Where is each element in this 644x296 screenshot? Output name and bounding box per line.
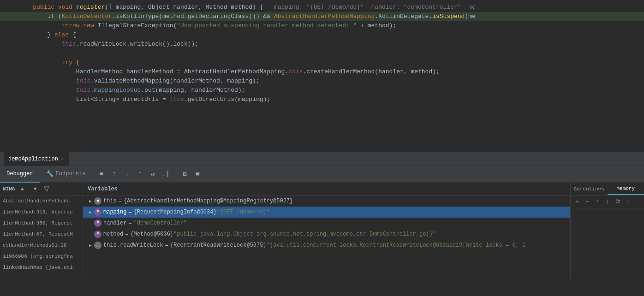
var-row-handler[interactable]: P handler = "demoController" <box>83 218 570 229</box>
tab-debugger-label: Debugger <box>6 171 33 177</box>
frame-item-4[interactable]: ctHandlerMethods$1:28 <box>0 240 83 251</box>
var-row-method[interactable]: P method = {Method@5036} "public java.la… <box>83 229 570 240</box>
code-line-11: List<String> directUrls = this.getDirect… <box>0 95 644 104</box>
right-panels: Coroutines Memory + − ↑ ↓ ⧉ ⋮ <box>570 183 644 279</box>
var-icon-this: ■ <box>94 197 101 205</box>
memory-more-btn[interactable]: ⋮ <box>623 197 632 207</box>
frame-item-0[interactable]: AbstractHandlerMethodo <box>0 195 83 207</box>
threads-label: NING <box>3 186 15 192</box>
tab-debugger[interactable]: Debugger <box>0 166 40 183</box>
toolbar-table-btn[interactable]: ⊞ <box>179 168 190 179</box>
var-icon-readwritelock: ○○ <box>94 242 101 249</box>
code-line-6 <box>0 49 644 58</box>
threads-sidebar: NING ▲ ▼ AbstractHandlerMethodo llerMeth… <box>0 183 83 279</box>
filter-icon <box>43 186 50 192</box>
thread-up-btn[interactable]: ▲ <box>17 184 28 195</box>
tab-endpoints[interactable]: 🔧 Endpoints <box>40 166 92 183</box>
memory-remove-btn[interactable]: − <box>583 197 592 207</box>
frame-item-6[interactable]: linkedHashMap (java.uti <box>0 262 83 273</box>
var-icon-mapping: P <box>94 208 101 216</box>
memory-copy-btn[interactable]: ⧉ <box>613 197 622 207</box>
thread-dropdown: NING ▲ ▼ <box>0 183 83 195</box>
toolbar-lines-btn[interactable]: ≣ <box>192 168 203 179</box>
var-row-readwritelock[interactable]: ▶ ○○ this.readWriteLock = {ReentrantRead… <box>83 240 570 251</box>
code-line-10: this.mappingLookup.put(mapping, handlerM… <box>0 86 644 95</box>
code-editor: public void register(T mapping, Object h… <box>0 0 644 152</box>
var-icon-handler: P <box>94 219 101 227</box>
editor-tab-bar: demoApplication × <box>0 152 644 166</box>
toolbar-run-to-cursor-btn[interactable]: ↺ <box>147 168 158 179</box>
debugger-toolbar: ≡ ↑ ↓ ↑ ↺ ↓| ⊞ ≣ <box>92 166 644 183</box>
code-line-1: public void register(T mapping, Object h… <box>0 3 644 12</box>
frame-item-2[interactable]: llerMethod:350, Request <box>0 218 83 229</box>
var-expand-readwritelock[interactable]: ▶ <box>87 242 94 249</box>
variables-title: Variables <box>88 186 118 192</box>
code-line-5: this.readWriteLock.writeLock().lock(); <box>0 40 644 49</box>
tab-endpoints-label: Endpoints <box>56 171 86 177</box>
code-line-9: this.validateMethodMapping(handlerMethod… <box>0 77 644 86</box>
variables-header: Variables <box>83 183 570 195</box>
var-expand-mapping[interactable]: ▶ <box>87 208 94 216</box>
var-expand-method <box>87 231 94 238</box>
toolbar-evaluate-btn[interactable]: ↓| <box>160 168 171 179</box>
endpoints-icon: 🔧 <box>46 170 54 178</box>
coroutines-label: Coroutines <box>574 186 604 192</box>
toolbar-rerun-btn[interactable]: ≡ <box>95 168 107 179</box>
toolbar-separator <box>175 169 175 178</box>
code-line-4: } else { <box>0 30 644 40</box>
var-expand-handler <box>87 219 94 227</box>
tab-memory[interactable]: Memory <box>608 183 644 195</box>
var-row-this[interactable]: ▶ ■ this = {AbstractHandlerMethodMapping… <box>83 195 570 207</box>
toolbar-step-over-btn[interactable]: ↑ <box>108 168 119 179</box>
variables-panel: Variables ▶ ■ this = {AbstractHandlerMet… <box>83 183 570 279</box>
frame-list: AbstractHandlerMethodo llerMethod:318, A… <box>0 195 83 279</box>
tab-close-button[interactable]: × <box>61 156 64 162</box>
code-line-2: if (KotlinDetector.isKotlinType(method.g… <box>0 12 644 21</box>
tab-coroutines[interactable]: Coroutines <box>571 183 608 195</box>
thread-down-btn[interactable]: ▼ <box>30 184 41 195</box>
toolbar-step-into-btn[interactable]: ↓ <box>121 168 132 179</box>
frame-item-5[interactable]: 11966906 (org.springfra <box>0 251 83 262</box>
right-panel-tabs: Coroutines Memory <box>571 183 644 195</box>
frame-item-3[interactable]: llerMethod:67, RequestM <box>0 229 83 240</box>
memory-label: Memory <box>616 186 635 191</box>
code-line-8: HandlerMethod handlerMethod = AbstractHa… <box>0 67 644 77</box>
keyword: public void <box>33 4 76 11</box>
right-panel-memory-content <box>571 208 644 279</box>
memory-down-btn[interactable]: ↓ <box>603 197 612 207</box>
memory-up-btn[interactable]: ↑ <box>593 197 602 207</box>
code-line-7: try { <box>0 58 644 67</box>
tab-label: demoApplication <box>8 156 58 162</box>
frame-item-1[interactable]: llerMethod:318, Abstrac <box>0 207 83 218</box>
memory-add-btn[interactable]: + <box>572 197 582 207</box>
var-icon-method: P <box>94 231 101 238</box>
bottom-panel: NING ▲ ▼ AbstractHandlerMethodo llerMeth… <box>0 183 644 279</box>
toolbar-step-out-btn[interactable]: ↑ <box>134 168 145 179</box>
debugger-panel-tabs: Debugger 🔧 Endpoints ≡ ↑ ↓ ↑ ↺ ↓| ⊞ ≣ <box>0 166 644 183</box>
variables-list: ▶ ■ this = {AbstractHandlerMethodMapping… <box>83 195 570 279</box>
var-row-mapping[interactable]: ▶ P mapping = {RequestMappingInfo@5034} … <box>83 207 570 218</box>
tab-demo-application[interactable]: demoApplication × <box>4 152 69 166</box>
right-panel-toolbar: + − ↑ ↓ ⧉ ⋮ <box>571 195 644 208</box>
thread-filter-btn[interactable] <box>42 185 51 193</box>
code-line-3: throw new IllegalStateException("Unsuppo… <box>0 21 644 30</box>
var-expand-this[interactable]: ▶ <box>87 197 94 205</box>
